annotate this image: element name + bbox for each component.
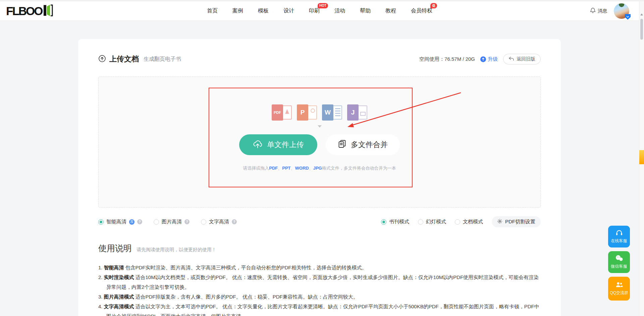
item-number: 4.	[98, 304, 103, 309]
nav-item-activities[interactable]: 活动	[334, 7, 345, 14]
hot-badge: HOT	[318, 3, 328, 8]
flbook-logo[interactable]: FLBOO	[6, 4, 53, 18]
down-triangle-icon	[318, 125, 322, 128]
page-title: 上传文档	[109, 54, 139, 64]
logo-book-icon	[43, 4, 53, 18]
hint-separator: 、	[278, 166, 282, 171]
upload-cloud-icon	[98, 55, 106, 64]
nav-item-membership[interactable]: 会员特权 促	[411, 7, 432, 14]
radio-book-mode[interactable]: 书刊模式	[381, 219, 409, 225]
hint-prefix: 请选择或拖入	[243, 166, 269, 171]
online-support-button[interactable]: 在线客服	[608, 226, 630, 247]
back-to-old-button[interactable]: 返回旧版	[503, 54, 541, 64]
item-lead: 图片高清模式	[104, 294, 134, 300]
nav-item-print[interactable]: 印刷 HOT	[309, 7, 320, 14]
radio-image-hd[interactable]: 图片高清	[154, 219, 190, 225]
radio-circle	[455, 219, 460, 225]
space-usage-value: 76.57M / 20G	[444, 56, 475, 62]
help-icon[interactable]	[184, 219, 190, 224]
radio-circle	[154, 219, 159, 225]
instructions-header: 使用说明 请先阅读使用说明，以便更好的使用！	[98, 243, 541, 254]
head-right-group: 空间使用：76.57M / 20G 升级 返回旧版	[419, 54, 541, 64]
space-usage: 空间使用：76.57M / 20G	[419, 56, 475, 62]
top-header: FLBOO 首页 案例 模板 设计 印刷 HOT 活动 帮助 教程 会员特权 促	[0, 1, 644, 21]
jpg-file-icon: J	[347, 104, 367, 121]
nav-label: 设计	[283, 8, 294, 13]
nav-label: 案例	[232, 8, 243, 13]
nav-item-templates[interactable]: 模板	[258, 7, 269, 14]
upload-buttons-row: 单文件上传 多文件合并	[239, 134, 400, 155]
jpg-letter: J	[347, 104, 359, 121]
word-letter: W	[322, 104, 333, 121]
nav-item-cases[interactable]: 案例	[232, 7, 243, 14]
qq-group-button[interactable]: QQ交流群	[608, 277, 630, 301]
nav-item-tutorials[interactable]: 教程	[385, 7, 396, 14]
title-group: 上传文档 生成翻页电子书	[98, 54, 181, 64]
upgrade-arrow-icon	[480, 56, 486, 62]
group-people-icon	[615, 281, 623, 289]
merge-files-button[interactable]: 多文件合并	[326, 134, 400, 155]
item-number: 1.	[98, 265, 103, 270]
item-text: 适合以文字为主，文本可选中的PDF。 优点：文字矢量化，比图片文字看起来更清晰。…	[106, 304, 539, 316]
page-scrollbar[interactable]	[639, 1, 644, 316]
merge-files-label: 多文件合并	[351, 140, 388, 150]
hint-format-ppt: PPT	[282, 166, 290, 171]
radio-label: 智能高清	[106, 219, 126, 225]
instruction-item: 1.智能高清包含PDF实时渲染、图片高清、文字高清三种模式，平台自动分析您的PD…	[98, 263, 541, 272]
item-lead: 智能高清	[104, 265, 124, 270]
cloud-upload-icon	[253, 139, 263, 150]
quality-options-group: 智能高清 荐 图片高清 文字高清	[98, 219, 237, 225]
item-text: 包含PDF实时渲染、图片高清、文字高清三种模式，平台自动分析您的PDF相关特性，…	[125, 265, 367, 270]
pdf-split-settings-button[interactable]: PDF切割设置	[492, 216, 541, 227]
pdf-letter: PDF	[272, 104, 283, 121]
format-hint: 请选择或拖入PDF、PPT、WORD、JPG格式文件，多文件将会自动合并为一本	[243, 165, 396, 171]
qq-group-label: QQ交流群	[610, 290, 628, 296]
ppt-letter: P	[297, 104, 308, 121]
vip-badge-icon	[625, 14, 631, 20]
radio-document-mode[interactable]: 文档模式	[455, 219, 483, 225]
radio-circle	[201, 219, 206, 225]
nav-label: 印刷	[309, 8, 320, 13]
help-icon[interactable]	[137, 219, 142, 224]
upgrade-link[interactable]: 升级	[480, 56, 498, 62]
messages-label: 消息	[598, 8, 607, 14]
scrollbar-up-arrow[interactable]	[640, 13, 643, 15]
messages-button[interactable]: 消息	[590, 7, 607, 14]
bell-icon	[590, 7, 596, 14]
item-number: 2.	[98, 274, 103, 280]
file-dropzone[interactable]: PDF P W J	[98, 77, 541, 208]
radio-smart-hd[interactable]: 智能高清 荐	[98, 219, 142, 225]
main-nav: 首页 案例 模板 设计 印刷 HOT 活动 帮助 教程 会员特权 促	[207, 1, 432, 20]
user-avatar[interactable]	[614, 3, 629, 19]
options-row: 智能高清 荐 图片高清 文字高清 书刊模式 幻灯模式	[98, 216, 541, 227]
radio-label: 书刊模式	[389, 219, 409, 225]
nav-item-help[interactable]: 帮助	[360, 7, 371, 14]
nav-item-home[interactable]: 首页	[207, 7, 218, 14]
page-subtitle: 生成翻页电子书	[144, 56, 181, 63]
nav-label: 首页	[207, 8, 218, 13]
nav-item-design[interactable]: 设计	[283, 7, 294, 14]
logo-text: FLBOO	[6, 4, 42, 18]
radio-label: 图片高清	[162, 219, 182, 225]
online-support-label: 在线客服	[611, 238, 627, 244]
wechat-support-label: 微信客服	[611, 264, 627, 269]
radio-label: 幻灯模式	[426, 219, 446, 225]
radio-slide-mode[interactable]: 幻灯模式	[418, 219, 446, 225]
nav-label: 教程	[385, 8, 396, 13]
pdf-split-settings-label: PDF切割设置	[505, 219, 535, 225]
multi-documents-icon	[338, 139, 346, 150]
wechat-support-button[interactable]: 微信客服	[608, 251, 630, 273]
hint-suffix: 格式文件，多文件将会自动合并为一本	[322, 166, 396, 171]
recommended-badge: 荐	[129, 219, 135, 225]
single-upload-button[interactable]: 单文件上传	[239, 134, 317, 155]
help-icon[interactable]	[232, 219, 237, 224]
card-header: 上传文档 生成翻页电子书 空间使用：76.57M / 20G 升级	[98, 39, 541, 64]
ppt-file-icon: P	[297, 104, 317, 121]
radio-text-hd[interactable]: 文字高清	[201, 219, 237, 225]
nav-label: 帮助	[360, 8, 371, 13]
scrollbar-thumb[interactable]	[640, 19, 643, 40]
radio-label: 文字高清	[209, 219, 229, 225]
space-usage-label: 空间使用：	[419, 56, 444, 62]
item-lead: 实时渲染模式	[104, 274, 134, 280]
back-to-old-label: 返回旧版	[517, 56, 535, 62]
